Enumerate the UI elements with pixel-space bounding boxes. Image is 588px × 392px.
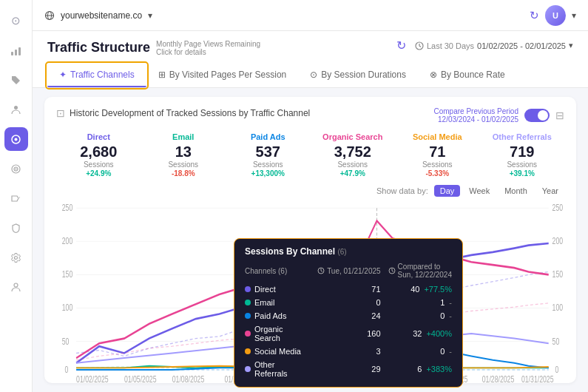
- compare-label: Compare Previous Period: [434, 107, 519, 115]
- sidebar-item-ads[interactable]: [4, 186, 28, 210]
- tab-visited-pages[interactable]: ⊞ By Visited Pages Per Session: [146, 64, 299, 87]
- svg-text:200: 200: [552, 237, 564, 246]
- svg-point-11: [14, 283, 18, 287]
- svg-point-8: [16, 168, 17, 169]
- page-title: Traffic Structure: [47, 40, 150, 55]
- sidebar-item-users[interactable]: [4, 98, 28, 121]
- metric-social: Social Media 71 Sessions -5.33%: [395, 132, 480, 178]
- metric-value-social: 71: [395, 143, 480, 160]
- metric-value-email: 13: [141, 143, 226, 160]
- view-month-button[interactable]: Month: [499, 185, 533, 197]
- tooltip-row-organic: Organic Search: [245, 323, 310, 344]
- compare-period-info: Compare Previous Period 12/03/2024 - 01/…: [434, 107, 519, 124]
- svg-text:01/02/2025: 01/02/2025: [76, 375, 109, 385]
- page-title-area: Traffic Structure Monthly Page Views Rem…: [47, 38, 260, 56]
- tooltip-row-paid: Paid Ads: [245, 310, 310, 322]
- metric-organic: Organic Search 3,752 Sessions +47.9%: [311, 132, 396, 178]
- topnav-left: yourwebsitename.co ▾: [44, 10, 152, 21]
- date-range-value: 01/02/2025 - 02/01/2025: [477, 41, 566, 50]
- date-range-dropdown[interactable]: ▾: [569, 41, 573, 50]
- svg-text:250: 250: [552, 203, 564, 213]
- svg-text:50: 50: [62, 337, 70, 346]
- metric-value-paid: 537: [226, 143, 311, 160]
- avatar[interactable]: U: [545, 5, 566, 26]
- view-day-button[interactable]: Day: [434, 185, 461, 197]
- main-content: yourwebsitename.co ▾ ↻ U ▾ Traffic Struc…: [33, 0, 588, 392]
- svg-text:01/08/2025: 01/08/2025: [172, 375, 205, 385]
- svg-rect-0: [11, 52, 13, 55]
- sidebar-item-home[interactable]: ⊙: [4, 9, 28, 33]
- tooltip: Sessions By Channel (6) Channels (6) Tue…: [234, 238, 463, 388]
- compare-controls: Compare Previous Period 12/03/2024 - 01/…: [434, 107, 565, 124]
- metric-change-email: -18.8%: [141, 169, 226, 178]
- sidebar-item-analytics[interactable]: [4, 38, 28, 62]
- svg-point-5: [15, 138, 18, 141]
- tab-bounce-rate[interactable]: ⊗ By Bounce Rate: [418, 64, 517, 87]
- data-view-label: Show data by:: [376, 186, 428, 195]
- chart-card-header: ⊡ Historic Development of Tracked Sessio…: [56, 107, 564, 124]
- view-week-button[interactable]: Week: [463, 185, 496, 197]
- tooltip-row-referral: Other Referrals: [245, 359, 310, 379]
- sidebar-item-tag[interactable]: [4, 68, 28, 92]
- clock-icon: [415, 41, 424, 50]
- site-dropdown-icon[interactable]: ▾: [148, 10, 152, 21]
- metric-label-organic: Sessions: [311, 160, 396, 169]
- sidebar-item-security[interactable]: [4, 216, 28, 240]
- metric-change-social: -5.33%: [395, 169, 480, 178]
- site-name: yourwebsitename.co: [61, 10, 142, 21]
- tab-icon-traffic: ✦: [59, 70, 67, 80]
- metric-label-direct: Sessions: [56, 160, 141, 169]
- click-details-link[interactable]: Click for details: [156, 48, 260, 56]
- topnav: yourwebsitename.co ▾ ↻ U ▾: [33, 0, 588, 31]
- metric-value-organic: 3,752: [311, 143, 396, 160]
- tab-icon-visited: ⊞: [158, 70, 166, 80]
- sidebar-item-target[interactable]: [4, 157, 28, 180]
- refresh-button[interactable]: ↻: [396, 38, 406, 53]
- date-range: Last 30 Days 01/02/2025 - 02/01/2025 ▾: [415, 41, 573, 50]
- metric-change-referral: +39.1%: [480, 169, 565, 178]
- metric-change-paid: +13,300%: [226, 169, 311, 178]
- tab-session-durations[interactable]: ⊙ By Session Durations: [298, 64, 418, 87]
- sidebar-item-settings[interactable]: [4, 246, 28, 269]
- globe-icon: [44, 10, 55, 21]
- metric-channel-paid: Paid Ads: [226, 132, 311, 141]
- metric-paid: Paid Ads 537 Sessions +13,300%: [226, 132, 311, 178]
- tab-icon-bounce: ⊗: [430, 70, 437, 80]
- filter-icon[interactable]: ⊟: [555, 109, 564, 121]
- refresh-icon[interactable]: ↻: [530, 9, 539, 22]
- tab-traffic-channels[interactable]: ✦ Traffic Channels: [47, 64, 146, 87]
- tooltip-row-direct: Direct: [245, 283, 310, 295]
- metric-value-direct: 2,680: [56, 143, 141, 160]
- page-header: Traffic Structure Monthly Page Views Rem…: [33, 31, 588, 88]
- sidebar-item-account[interactable]: [4, 275, 28, 299]
- svg-text:100: 100: [552, 303, 564, 313]
- tooltip-col-current-date: Tue, 01/21/2025: [317, 267, 380, 278]
- metric-label-social: Sessions: [395, 160, 480, 169]
- metric-email: Email 13 Sessions -18.8%: [141, 132, 226, 178]
- header-right: ↻ Last 30 Days 01/02/2025 - 02/01/2025 ▾: [396, 38, 573, 53]
- tab-icon-duration: ⊙: [310, 70, 317, 80]
- metric-channel-direct: Direct: [56, 132, 141, 141]
- tooltip-title: Sessions By Channel (6): [245, 246, 347, 257]
- metric-label-email: Sessions: [141, 160, 226, 169]
- svg-text:01/28/2025: 01/28/2025: [482, 375, 515, 385]
- metric-label-referral: Sessions: [480, 160, 565, 169]
- svg-text:0: 0: [65, 365, 69, 375]
- topnav-right: ↻ U ▾: [530, 5, 576, 26]
- chart-title-icon: ⊡: [56, 107, 65, 119]
- avatar-dropdown-icon[interactable]: ▾: [572, 10, 576, 21]
- sidebar-item-traffic[interactable]: [4, 127, 28, 151]
- monthly-views-label: Monthly Page Views Remaining: [156, 40, 260, 48]
- metric-channel-email: Email: [141, 132, 226, 141]
- last-30-days-label: Last 30 Days: [427, 41, 474, 50]
- compare-dates: 12/03/2024 - 01/02/2025: [434, 115, 519, 124]
- svg-text:01/31/2025: 01/31/2025: [521, 375, 554, 385]
- tabs-row: ✦ Traffic Channels ⊞ By Visited Pages Pe…: [47, 64, 573, 87]
- tooltip-row-social: Social Media: [245, 345, 310, 357]
- view-year-button[interactable]: Year: [536, 185, 564, 197]
- tooltip-col-channels: Channels (6): [245, 267, 310, 278]
- metric-value-referral: 719: [480, 143, 565, 160]
- svg-text:0: 0: [555, 365, 558, 375]
- metric-change-organic: +47.9%: [311, 169, 396, 178]
- compare-toggle[interactable]: [524, 109, 550, 122]
